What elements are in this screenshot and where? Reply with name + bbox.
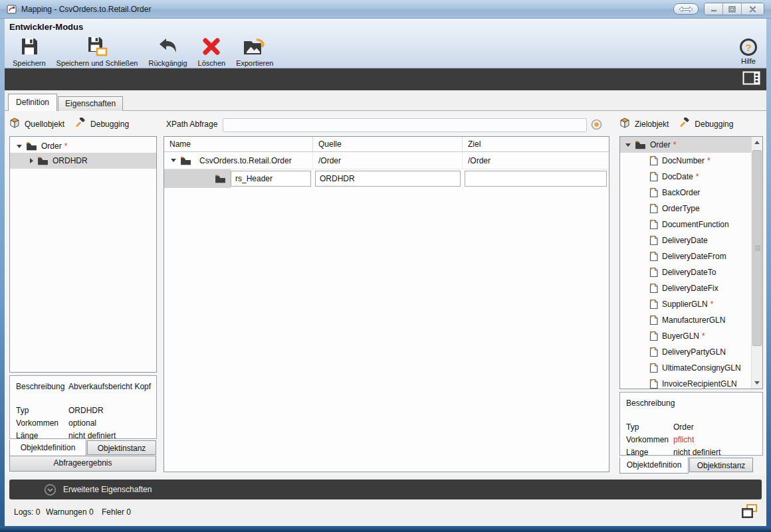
save-icon: [19, 35, 40, 58]
table-header: Name Quelle Ziel: [164, 137, 609, 152]
source-debugging-button[interactable]: Debugging: [90, 120, 129, 129]
layout-toggle-icon[interactable]: [742, 71, 760, 88]
tree-item-order[interactable]: Order *: [10, 137, 156, 153]
page-icon: [649, 219, 658, 230]
page-icon: [649, 171, 658, 182]
tree-item-order-root[interactable]: Order *: [620, 137, 752, 153]
column-ziel[interactable]: Ziel: [463, 137, 609, 151]
tree-item[interactable]: ManufacturerGLN: [620, 312, 762, 328]
tree-item-ordhdr[interactable]: ORDHDR: [10, 153, 156, 169]
close-icon: [749, 6, 756, 13]
target-panel-title[interactable]: Zielobjekt: [635, 120, 669, 129]
errors-count: Fehler 0: [102, 507, 131, 517]
undo-button[interactable]: Rückgängig: [144, 33, 191, 68]
abfrageergebnis-button[interactable]: Abfrageergebnis: [9, 456, 156, 472]
tree-item[interactable]: InvoiceRecipientGLN: [620, 376, 762, 389]
name-cell[interactable]: rs_Header: [231, 171, 311, 187]
scroll-down-button[interactable]: [752, 377, 762, 389]
page-icon: [649, 363, 658, 373]
source-tab-objektdefinition[interactable]: Objektdefinition: [9, 440, 86, 456]
source-tab-objektinstanz[interactable]: Objektinstanz: [87, 440, 156, 455]
xpath-title: XPath Abfrage: [166, 120, 217, 129]
tab-eigenschaften[interactable]: Eigenschaften: [58, 96, 123, 111]
expander-down-icon[interactable]: [625, 143, 631, 147]
page-icon: [649, 203, 658, 214]
tree-item[interactable]: DeliveryDate: [620, 232, 762, 248]
target-tree: Order * DocNumber* DocDate* BackOrder Or…: [619, 136, 763, 389]
tree-item[interactable]: OrderType: [620, 201, 762, 217]
window-frame-bottom: [0, 526, 771, 532]
dock-toggle-button[interactable]: [673, 3, 699, 15]
window-title: Mapping - CsvOrders.to.Retail.Order: [21, 5, 673, 14]
source-panel-header: Quellobjekt Debugging: [9, 118, 129, 130]
page-icon: [649, 251, 658, 262]
tree-item[interactable]: DeliveryPartyGLN: [620, 344, 762, 360]
scroll-up-button[interactable]: [752, 137, 762, 148]
target-debugging-button[interactable]: Debugging: [695, 120, 733, 129]
save-button[interactable]: Speichern: [9, 33, 50, 68]
target-details: Beschreibung TypOrder Vorkommenpflicht L…: [619, 392, 763, 456]
erweiterte-eigenschaften-expander[interactable]: Erweiterte Eigenschaften: [9, 480, 762, 499]
hammer-icon: [679, 118, 690, 130]
tree-item[interactable]: UltimateConsignyGLN: [620, 360, 762, 376]
target-tab-objektdefinition[interactable]: Objektdefinition: [619, 457, 689, 474]
save-and-close-button[interactable]: Speichern und Schließen: [53, 33, 142, 68]
page-icon: [649, 235, 658, 246]
delete-icon: [201, 35, 221, 58]
double-arrow-icon: [679, 6, 693, 13]
tree-item[interactable]: BuyerGLN*: [620, 328, 762, 344]
logs-count: Logs: 0: [14, 507, 40, 517]
target-panel-header: Zielobjekt Debugging: [619, 118, 733, 130]
delete-button[interactable]: Löschen: [194, 33, 230, 68]
maximize-icon: [728, 6, 736, 13]
cube-icon: [9, 118, 20, 130]
help-button[interactable]: ? Hilfe: [740, 39, 757, 65]
chevron-down-circle-icon: [44, 484, 56, 496]
minimize-button[interactable]: [705, 3, 723, 15]
tree-item[interactable]: BackOrder: [620, 185, 762, 201]
folder-icon: [180, 156, 191, 165]
page-icon: [649, 187, 658, 198]
tree-item[interactable]: DeliveryDateFix: [620, 280, 762, 296]
maximize-button[interactable]: [723, 3, 742, 15]
expander-down-icon[interactable]: [17, 145, 22, 148]
column-name[interactable]: Name: [164, 137, 313, 151]
scrollbar-vertical[interactable]: [751, 137, 762, 389]
export-button[interactable]: Exportieren: [232, 33, 277, 68]
export-icon: [243, 35, 267, 58]
tree-item[interactable]: DeliveryDateFrom: [620, 248, 762, 264]
folder-icon: [37, 156, 49, 165]
app-icon: [7, 4, 17, 15]
tree-item[interactable]: DeliveryDateTo: [620, 264, 762, 280]
log-window-icon[interactable]: [741, 503, 758, 521]
expander-right-icon[interactable]: [30, 158, 33, 163]
expander-down-icon[interactable]: [171, 159, 176, 162]
page-icon: [649, 155, 658, 166]
mode-label: Entwickler-Modus: [9, 22, 83, 32]
table-row[interactable]: CsvOrders.to.Retail.Order /Order /Order: [164, 152, 609, 169]
column-quelle[interactable]: Quelle: [313, 137, 463, 151]
undo-icon: [158, 35, 179, 58]
ziel-cell[interactable]: [465, 171, 607, 187]
toolbar: Entwickler-Modus Speichern Speichern und…: [5, 19, 766, 68]
xpath-run-radio-icon[interactable]: [591, 119, 602, 133]
tree-item[interactable]: DocDate*: [620, 169, 762, 185]
window-frame-left: [0, 19, 5, 526]
tree-item[interactable]: DocumentFunction: [620, 217, 762, 232]
quelle-cell[interactable]: ORDHDR: [315, 171, 461, 187]
expander-label: Erweiterte Eigenschaften: [63, 485, 152, 494]
xpath-input[interactable]: [223, 118, 587, 132]
page-icon: [649, 331, 658, 341]
source-panel-title[interactable]: Quellobjekt: [25, 120, 64, 129]
tree-item[interactable]: DocNumber*: [620, 153, 762, 169]
statusbar: Logs: 0 Warnungen 0 Fehler 0: [5, 499, 766, 526]
close-button[interactable]: [742, 3, 764, 15]
scrollbar-thumb[interactable]: [752, 150, 762, 346]
page-icon: [649, 315, 658, 325]
window-frame-right: [766, 19, 771, 526]
table-row-selected[interactable]: rs_Header ORDHDR: [164, 169, 609, 188]
target-tab-objektinstanz[interactable]: Objektinstanz: [689, 458, 753, 472]
page-icon: [649, 283, 658, 294]
tab-definition[interactable]: Definition: [8, 94, 57, 111]
tree-item[interactable]: SupplierGLN*: [620, 296, 762, 312]
